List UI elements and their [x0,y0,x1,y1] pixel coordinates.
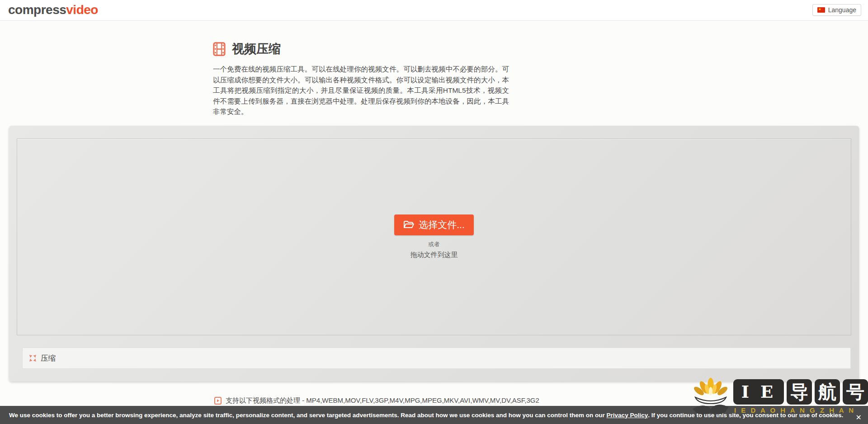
intro-section: 视频压缩 一个免费在线的视频压缩工具。可以在线处理你的视频文件。可以删去视频中不… [213,41,509,117]
language-button[interactable]: ★ Language [812,4,861,16]
page-description: 一个免费在线的视频压缩工具。可以在线处理你的视频文件。可以删去视频中不必要的部分… [213,64,509,117]
watermark-stamp-dao: 导 [787,379,812,405]
cookie-consent-banner: We use cookies to offer you a better bro… [0,406,868,424]
compress-section-label: 压缩 [41,353,56,363]
china-flag-icon: ★ [817,7,825,13]
top-header: compressvideo ★ Language [0,0,868,21]
compress-arrows-icon [29,354,37,362]
video-file-icon [214,397,222,405]
logo-text-compress: compress [8,3,66,17]
watermark-stamps: I E 导 航 号 [733,379,868,405]
logo-text-video: video [66,3,98,17]
cookie-text-before: We use cookies to offer you a better bro… [9,412,607,419]
privacy-policy-link[interactable]: Privacy Policy [607,412,648,419]
cookie-close-button[interactable]: ✕ [856,414,862,421]
language-button-label: Language [828,6,856,14]
compress-section-bar[interactable]: 压缩 [22,348,851,369]
choose-file-button[interactable]: 选择文件... [394,214,474,235]
file-dropzone[interactable]: 选择文件... 或者 拖动文件到这里 [17,138,851,335]
main-panel: 选择文件... 或者 拖动文件到这里 压缩 [9,126,859,381]
supported-formats-row: 支持以下视频格式的处理 - MP4,WEBM,MOV,FLV,3GP,M4V,M… [214,396,539,405]
choose-file-label: 选择文件... [419,219,465,231]
page-title: 视频压缩 [232,41,281,57]
folder-open-icon [403,220,414,229]
watermark-stamp-ie: I E [733,379,784,405]
cookie-text-after: . If you continue to use this site, you … [648,412,843,419]
drag-hint-label: 拖动文件到这里 [410,251,458,259]
cookie-consent-text: We use cookies to offer you a better bro… [9,412,843,419]
watermark-stamp-hang: 航 [815,379,840,405]
watermark-stamp-hao: 号 [843,379,868,405]
supported-formats-label: 支持以下视频格式的处理 - MP4,WEBM,MOV,FLV,3GP,M4V,M… [226,396,539,405]
page-title-row: 视频压缩 [213,41,509,57]
site-logo[interactable]: compressvideo [8,3,98,17]
or-separator-label: 或者 [429,241,440,248]
film-icon [213,42,226,56]
